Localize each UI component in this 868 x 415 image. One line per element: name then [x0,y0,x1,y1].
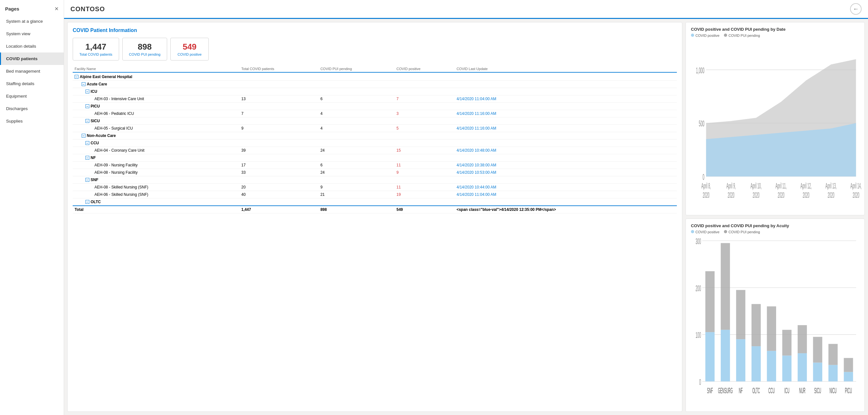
svg-rect-43 [782,330,792,356]
line-chart-title: COVID positive and COVID PUI pending by … [691,27,859,32]
svg-text:2020: 2020 [728,191,735,200]
svg-text:SICU: SICU [814,386,821,395]
sidebar-item-discharges[interactable]: Discharges [0,102,64,115]
main-area: CONTOSO ← COVID Patient Information 1,44… [64,0,868,415]
table-cell [318,132,395,139]
table-cell [395,81,455,88]
sidebar-nav: System at a glanceSystem viewLocation de… [0,15,64,127]
bar-chart-title: COVID positive and COVID PUI pending by … [691,223,859,228]
table-cell: 4/14/2020 11:04:00 AM [455,95,677,103]
expand-icon[interactable]: − [74,75,79,79]
table-row: AEH-06 - Skilled Nursing (SNF)4021194/14… [73,191,677,198]
sidebar-item-bed-management[interactable]: Bed management [0,65,64,77]
table-row: −Non-Acute Care [73,132,677,139]
svg-text:2020: 2020 [778,191,784,200]
expand-icon[interactable]: − [86,141,89,145]
expand-icon[interactable]: − [82,82,86,86]
expand-icon[interactable]: − [86,156,89,160]
svg-rect-46 [798,325,807,353]
svg-text:300: 300 [695,236,701,246]
table-cell [455,154,677,162]
table-cell: 21 [318,191,395,198]
table-cell [240,132,318,139]
summary-card-1: 898COVID PUI pending [122,38,167,61]
back-button[interactable]: ← [850,3,862,15]
summary-card-2: 549COVID positive [170,38,209,61]
right-panel: COVID positive and COVID PUI pending by … [685,22,865,412]
table-cell [240,72,318,81]
sidebar-item-supplies[interactable]: Supplies [0,115,64,127]
table-cell: 5 [395,125,455,132]
svg-rect-55 [844,358,853,372]
table-cell [455,132,677,139]
table-cell [395,154,455,162]
expand-icon[interactable]: − [86,104,89,108]
expand-icon[interactable]: − [86,178,89,182]
svg-rect-31 [721,243,730,330]
table-cell [318,103,395,110]
table-cell [318,154,395,162]
expand-icon[interactable]: − [86,90,89,93]
expand-icon[interactable]: − [86,119,89,123]
table-cell: −PICU [73,103,240,110]
svg-text:200: 200 [695,284,701,293]
table-row: −SNF [73,176,677,184]
table-cell: 24 [318,147,395,154]
card-label-0: Total COVID patients [80,53,113,56]
table-cell [318,81,395,88]
expand-icon[interactable]: − [82,134,86,137]
sidebar-close-button[interactable]: ✕ [55,6,59,12]
svg-text:100: 100 [695,330,701,340]
table-cell [240,81,318,88]
table-cell: −CCU [73,139,240,147]
table-cell: AEH-06 - Pediatric ICU [73,110,240,118]
card-label-2: COVID positive [177,53,202,56]
table-cell: 11 [395,184,455,191]
col-covid-last-update: COVID Last Update [455,66,677,72]
table-row: AEH-08 - Skilled Nursing (SNF)209114/14/… [73,184,677,191]
svg-rect-49 [813,337,822,363]
table-cell [455,139,677,147]
svg-text:April 14,: April 14, [850,181,862,190]
svg-text:OLTC: OLTC [752,386,760,395]
table-cell: 9 [318,184,395,191]
svg-rect-44 [782,355,792,381]
svg-text:2020: 2020 [828,191,834,200]
sidebar-item-covid-patients[interactable]: COVID patients [0,53,64,65]
table-cell [455,81,677,88]
sidebar: Pages ✕ System at a glanceSystem viewLoc… [0,0,64,415]
table-cell [395,72,455,81]
legend-dot [691,34,694,37]
legend-item: COVID positive [691,230,719,234]
table-cell: −OLTC [73,198,240,206]
table-cell: 4 [318,125,395,132]
sidebar-item-system-at-glance[interactable]: System at a glance [0,15,64,28]
panel-title: COVID Patient Information [73,28,677,33]
svg-rect-52 [828,344,838,365]
legend-dot [691,230,694,233]
table-cell [395,132,455,139]
expand-icon[interactable]: − [86,200,89,204]
svg-text:NUR: NUR [799,386,806,395]
sidebar-item-equipment[interactable]: Equipment [0,90,64,102]
data-table-container[interactable]: Facility NameTotal COVID patientsCOVID P… [73,66,677,406]
col-covid-pui-pending: COVID PUI pending [318,66,395,72]
bar-chart-legend: COVID positiveCOVID PUI pending [691,230,859,234]
bar-chart-panel: COVID positive and COVID PUI pending by … [685,219,865,412]
table-cell: 6 [318,95,395,103]
table-cell: 20 [240,184,318,191]
sidebar-item-staffing-details[interactable]: Staffing details [0,77,64,90]
sidebar-item-location-details[interactable]: Location details [0,40,64,53]
svg-text:2020: 2020 [852,191,859,200]
table-cell [455,103,677,110]
svg-rect-29 [705,332,715,381]
summary-card-0: 1,447Total COVID patients [73,38,119,61]
card-value-1: 898 [129,42,160,52]
svg-rect-50 [813,362,822,381]
table-cell: 4/14/2020 10:48:00 AM [455,147,677,154]
table-row: AEH-05 - Surgical ICU9454/14/2020 11:16:… [73,125,677,132]
sidebar-item-system-view[interactable]: System view [0,28,64,40]
table-cell [240,103,318,110]
table-row: −NF [73,154,677,162]
table-cell: 33 [240,169,318,176]
